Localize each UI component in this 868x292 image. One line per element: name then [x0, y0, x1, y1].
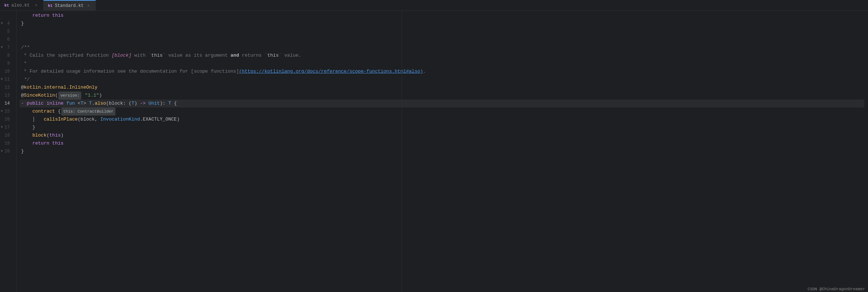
tab-bar: kt also.kt × kt Standard.kt × [0, 0, 868, 11]
ln-6: 6 [0, 36, 13, 44]
kt-file-icon: kt [4, 3, 9, 8]
code-line-empty-1 [20, 155, 864, 163]
indent-15 [21, 108, 32, 115]
code-line-19: return this [20, 139, 864, 147]
doc-comment-open: /** [21, 44, 29, 52]
close-brace-20: } [21, 147, 24, 155]
tab-also-kt[interactable]: kt also.kt × [0, 0, 44, 11]
code-line-13: @SinceKotlin(version: "1.1") [20, 92, 864, 100]
annotation-name-12: kotlin.internal.InlineOnly [24, 84, 98, 92]
ln-8: 8 [0, 52, 13, 60]
status-bar: CSDN @ChinaDragonDreamer [805, 286, 868, 292]
ln-16: 16 [0, 115, 13, 123]
fold-icon-7[interactable]: ▼ [1, 44, 3, 52]
exactly-once: EXACTLY_ONCE [143, 115, 177, 123]
version-value: "1.1" [82, 92, 99, 100]
paren-close2: ) [134, 100, 140, 108]
this-keyword-18: this [49, 131, 61, 139]
line-numbers: ▼4 5 6 ▼7 8 9 10 ▼11 12 13 14 ▼15 16 ▼17… [0, 11, 17, 292]
contract-brace: { [55, 108, 61, 115]
fold-icon-17[interactable]: ▼ [1, 123, 3, 131]
ln-5: 5 [0, 28, 13, 36]
doc-8d: returns ` [239, 52, 267, 60]
gt: > [83, 100, 89, 108]
ln-15: ▼15 [0, 108, 13, 115]
this-keyword-19: this [52, 139, 64, 147]
close-brace-17: } [32, 123, 35, 131]
code-line-18: block(this) [20, 131, 864, 139]
ln-7: ▼7 [0, 44, 13, 52]
this-tick2: this [267, 52, 279, 60]
kw-public-2: public [27, 100, 44, 108]
paren-open: ( [106, 100, 109, 108]
indent-18 [21, 131, 32, 139]
code-line-6 [20, 36, 864, 44]
annotation-name-13: SinceKotlin [24, 92, 55, 100]
return-type-T: T [168, 100, 171, 108]
doc-period: . [423, 68, 426, 76]
status-text: CSDN @ChinaDragonDreamer [808, 287, 865, 291]
this-tick: this [151, 52, 163, 60]
return-kw: return [32, 139, 49, 147]
annotation-at-13: @ [21, 92, 24, 100]
code-line-12: @kotlin.internal.InlineOnly [20, 84, 864, 92]
calls-in-place-fn: callsInPlace [44, 115, 78, 123]
code-line-9: * [20, 60, 864, 68]
this-keyword-top: this [52, 12, 64, 20]
kw-inline: inline [46, 100, 64, 108]
and-keyword-doc: and [230, 52, 239, 60]
code-line-20: } [20, 147, 864, 155]
block-paren: ( [46, 131, 49, 139]
code-line-4: } [20, 20, 864, 28]
doc-scope-bracket: [scope functions] [191, 68, 239, 76]
code-content[interactable]: return this } /** * Calls the specified … [17, 11, 864, 292]
unit-type: Unit [148, 100, 160, 108]
paren-close3: ): [160, 100, 168, 108]
indent-19 [21, 139, 32, 147]
invocation-kind: InvocationKind [100, 115, 140, 123]
fold-icon-20[interactable]: ▼ [1, 147, 3, 155]
ann-paren-open: ( [55, 92, 58, 100]
param-block: block [109, 100, 123, 108]
ln-20: ▼20 [0, 147, 13, 155]
tab-standard-kt[interactable]: kt Standard.kt × [44, 0, 96, 11]
vertical-guide [402, 11, 402, 292]
tab-label: also.kt [11, 3, 29, 8]
code-line-16: │ callsInPlace(block, InvocationKind.EXA… [20, 115, 864, 123]
arrow-op: -> [140, 100, 146, 108]
kt-file-icon-standard: kt [48, 4, 53, 8]
ln-9: 9 [0, 60, 13, 68]
ln-17: ▼17 [0, 123, 13, 131]
tab-label-standard: Standard.kt [55, 3, 83, 8]
code-line-14: - public inline fun <T> T.also(block: (T… [20, 100, 864, 108]
space1 [44, 100, 46, 108]
doc-8c: ` value as its argument [163, 52, 230, 60]
ln-13: 13 [0, 92, 13, 100]
pipe-indent: │ [21, 115, 44, 123]
indent-17 [21, 123, 32, 131]
tab-close-also[interactable]: × [33, 3, 39, 8]
receiver-T: T [89, 100, 92, 108]
code-line-8: * Calls the specified function [block] w… [20, 52, 864, 60]
comma: , [95, 115, 101, 123]
doc-link-url[interactable]: (https://kotlinlang.org/docs/reference/s… [239, 68, 423, 76]
kw-public: - [21, 100, 27, 108]
block-paren-close: ) [61, 131, 64, 139]
ann-paren-close: ) [99, 92, 102, 100]
fold-icon-15[interactable]: ▼ [1, 108, 3, 115]
code-line-top: return this [20, 12, 864, 20]
doc-comment-8: * Calls the specified function [21, 52, 112, 60]
ln-18: 18 [0, 131, 13, 139]
fold-icon-4[interactable]: ▼ [1, 20, 3, 28]
fold-icon-11[interactable]: ▼ [1, 76, 3, 84]
dot: . [92, 100, 95, 108]
scrollbar[interactable] [864, 11, 868, 292]
doc-comment-9: * [21, 60, 27, 68]
code-line-7: /** [20, 44, 864, 52]
doc-comment-8b: with ` [131, 52, 151, 60]
tab-close-standard[interactable]: × [86, 3, 91, 9]
ln-19: 19 [0, 139, 13, 147]
code-line-10: * For detailed usage information see the… [20, 68, 864, 76]
ln-top [0, 12, 13, 20]
kw-fun: fun [66, 100, 75, 108]
